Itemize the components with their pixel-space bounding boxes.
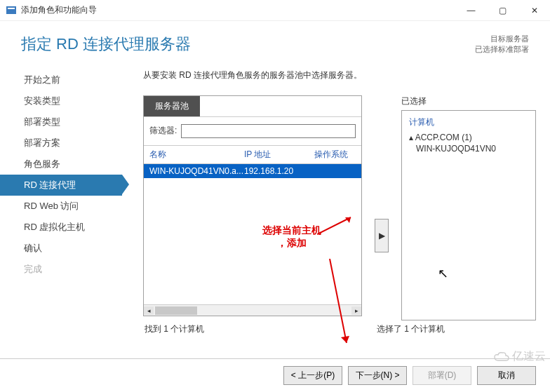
header-target: 目标服务器 已选择标准部署	[475, 34, 529, 55]
annotation-text: 选择当前主机 ，添加	[262, 224, 321, 249]
col-ip[interactable]: IP 地址	[244, 149, 314, 161]
counts-row: 找到 1 个计算机 选择了 1 个计算机	[143, 323, 536, 335]
add-server-button[interactable]: ▶	[375, 219, 389, 252]
app-icon	[6, 5, 17, 16]
maximize-button[interactable]: ▢	[487, 0, 518, 21]
pool-tab-row: 服务器池	[144, 96, 361, 117]
instruction-text: 从要安装 RD 连接代理角色服务的服务器池中选择服务器。	[143, 69, 536, 81]
window-title: 添加角色和功能向导	[21, 4, 455, 16]
pool-area: 服务器池 筛选器: 名称 IP 地址 操作系统 WIN-KUJOQD41VN0.…	[143, 95, 536, 320]
nav-install-type[interactable]: 安装类型	[0, 90, 122, 111]
scroll-left-arrow[interactable]: ◂	[144, 306, 154, 315]
server-pool-panel: 服务器池 筛选器: 名称 IP 地址 操作系统 WIN-KUJOQD41VN0.…	[143, 95, 362, 316]
nav-role-services[interactable]: 角色服务	[0, 154, 122, 175]
svg-rect-0	[6, 6, 16, 14]
nav-confirm[interactable]: 确认	[0, 238, 122, 259]
selected-panel: 计算机 ▴ ACCP.COM (1) WIN-KUJOQD41VN0	[401, 110, 536, 320]
cancel-button[interactable]: 取消	[477, 366, 536, 385]
next-button[interactable]: 下一步(N) >	[348, 366, 407, 385]
wizard-header: 指定 RD 连接代理服务器 目标服务器 已选择标准部署	[0, 21, 550, 62]
main-panel: 从要安装 RD 连接代理角色服务的服务器池中选择服务器。 服务器池 筛选器: 名…	[122, 62, 550, 367]
deployment-type-label: 已选择标准部署	[475, 44, 529, 55]
filter-row: 筛选器:	[144, 117, 361, 145]
target-server-label: 目标服务器	[475, 34, 529, 44]
scroll-thumb[interactable]	[155, 306, 197, 315]
cell-ip: 192.168.1.20	[244, 166, 314, 176]
nav-rd-virtualization-host[interactable]: RD 虚拟化主机	[0, 217, 122, 238]
nav-before-begin[interactable]: 开始之前	[0, 69, 122, 90]
wizard-body: 开始之前 安装类型 部署类型 部署方案 角色服务 RD 连接代理 RD Web …	[0, 62, 550, 367]
window-controls: — ▢ ✕	[455, 0, 550, 21]
minimize-button[interactable]: —	[455, 0, 487, 21]
svg-marker-5	[341, 336, 349, 343]
selected-tree: 计算机 ▴ ACCP.COM (1) WIN-KUJOQD41VN0	[402, 111, 535, 320]
col-name[interactable]: 名称	[149, 149, 244, 161]
cursor-icon: ↖	[438, 266, 448, 281]
tree-header: 计算机	[409, 116, 528, 128]
tab-server-pool[interactable]: 服务器池	[144, 96, 200, 116]
selected-label: 已选择	[401, 95, 536, 110]
page-title: 指定 RD 连接代理服务器	[21, 34, 191, 55]
nav-deploy-scheme[interactable]: 部署方案	[0, 133, 122, 154]
col-os[interactable]: 操作系统	[314, 149, 356, 161]
previous-button[interactable]: < 上一步(P)	[283, 366, 342, 385]
title-bar: 添加角色和功能向导 — ▢ ✕	[0, 0, 550, 21]
cloud-icon	[494, 351, 509, 363]
cell-name: WIN-KUJOQD41VN0.a...	[149, 166, 244, 176]
pool-body: WIN-KUJOQD41VN0.a... 192.168.1.20	[144, 164, 361, 304]
wizard-footer: < 上一步(P) 下一步(N) > 部署(D) 取消	[0, 358, 550, 392]
found-count: 找到 1 个计算机	[143, 323, 377, 335]
scroll-right-arrow[interactable]: ▸	[351, 306, 361, 315]
deploy-button: 部署(D)	[412, 366, 471, 385]
nav-rd-web-access[interactable]: RD Web 访问	[0, 196, 122, 217]
sidebar: 开始之前 安装类型 部署类型 部署方案 角色服务 RD 连接代理 RD Web …	[0, 62, 122, 367]
tree-server-node[interactable]: WIN-KUJOQD41VN0	[416, 144, 528, 154]
watermark: 亿速云	[494, 349, 546, 364]
svg-rect-1	[8, 8, 15, 9]
selected-count: 选择了 1 个计算机	[377, 323, 445, 335]
filter-input[interactable]	[181, 124, 356, 138]
horizontal-scrollbar[interactable]: ◂ ▸	[144, 304, 361, 316]
close-button[interactable]: ✕	[518, 0, 550, 21]
pool-headers: 名称 IP 地址 操作系统	[144, 145, 361, 164]
nav-deploy-type[interactable]: 部署类型	[0, 111, 122, 133]
cell-os	[314, 166, 356, 176]
filter-label: 筛选器:	[149, 125, 177, 137]
arrow-right-icon: ▶	[379, 231, 385, 241]
nav-rd-connection-broker[interactable]: RD 连接代理	[0, 175, 122, 196]
tree-domain-node[interactable]: ▴ ACCP.COM (1)	[409, 133, 528, 142]
nav-complete: 完成	[0, 259, 122, 280]
table-row[interactable]: WIN-KUJOQD41VN0.a... 192.168.1.20	[144, 164, 361, 178]
